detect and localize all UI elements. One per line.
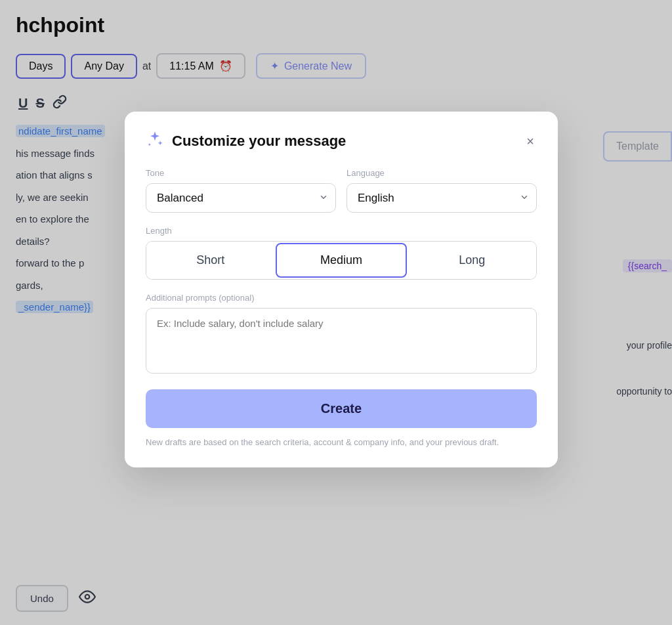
- length-long-button[interactable]: Long: [408, 242, 536, 279]
- language-label: Language: [346, 168, 537, 178]
- tone-label: Tone: [146, 168, 336, 178]
- language-select[interactable]: English Spanish French German Portuguese: [346, 183, 537, 213]
- tone-language-row: Tone Balanced Formal Casual Friendly Pro…: [146, 168, 537, 213]
- create-note: New drafts are based on the search crite…: [146, 436, 537, 449]
- length-group: Short Medium Long: [146, 241, 537, 280]
- create-button[interactable]: Create: [146, 389, 537, 428]
- length-medium-button[interactable]: Medium: [276, 243, 406, 278]
- modal-title: Customize your message: [172, 133, 346, 150]
- additional-prompts-label: Additional prompts (optional): [146, 293, 537, 303]
- length-short-button[interactable]: Short: [146, 242, 274, 279]
- length-label: Length: [146, 226, 537, 236]
- tone-select[interactable]: Balanced Formal Casual Friendly Professi…: [146, 183, 336, 213]
- close-modal-button[interactable]: ×: [524, 132, 537, 150]
- customize-message-modal: Customize your message × Tone Balanced F…: [125, 112, 558, 467]
- language-select-wrapper: English Spanish French German Portuguese: [346, 183, 537, 213]
- tone-select-wrapper: Balanced Formal Casual Friendly Professi…: [146, 183, 336, 213]
- language-group: Language English Spanish French German P…: [346, 168, 537, 213]
- modal-sparkle-icon: [146, 130, 164, 152]
- modal-header: Customize your message ×: [146, 130, 537, 152]
- modal-title-group: Customize your message: [146, 130, 346, 152]
- additional-prompts-textarea[interactable]: [146, 308, 537, 374]
- tone-group: Tone Balanced Formal Casual Friendly Pro…: [146, 168, 336, 213]
